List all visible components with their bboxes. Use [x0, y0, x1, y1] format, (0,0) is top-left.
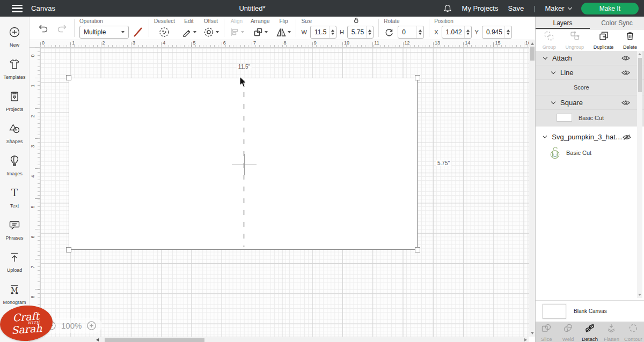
line-color-swatch[interactable]	[132, 26, 144, 38]
x-position-input[interactable]: 1.042	[442, 26, 472, 39]
scroll-up-icon[interactable]	[638, 53, 641, 55]
y-position-input[interactable]: 0.945	[482, 26, 512, 39]
speech-bubble-icon	[8, 219, 21, 234]
layer-row-square-basic-cut[interactable]: Basic Cut	[536, 110, 644, 125]
my-projects-link[interactable]: My Projects	[462, 4, 499, 12]
scroll-up-icon[interactable]	[531, 42, 534, 45]
detach-icon	[584, 323, 595, 336]
visibility-eye-icon[interactable]	[621, 100, 630, 106]
width-input[interactable]: 11.5	[310, 26, 336, 39]
detach-button[interactable]: Detach	[579, 322, 601, 342]
chevron-down-icon[interactable]	[543, 55, 547, 59]
edit-toolbar: Operation Multiple Deselect Edit Offset …	[30, 17, 535, 40]
y-stepper[interactable]	[504, 26, 511, 38]
tab-layers[interactable]: Layers	[536, 17, 590, 29]
layer-row-attach[interactable]: Attach	[536, 51, 644, 65]
resize-handle-top-left[interactable]	[66, 75, 71, 80]
svg-text:T: T	[11, 187, 18, 198]
sidebar-item-upload[interactable]: Upload	[0, 246, 29, 278]
height-stepper[interactable]	[366, 26, 373, 38]
layer-row-score[interactable]: Score	[536, 80, 644, 95]
ruler-number: 4	[163, 40, 165, 46]
x-stepper[interactable]	[464, 26, 471, 38]
panel-scroll-thumb[interactable]	[638, 58, 642, 92]
tshirt-icon	[8, 58, 21, 73]
layer-color-swatch[interactable]	[557, 114, 572, 122]
edit-button[interactable]	[181, 27, 196, 38]
chevron-down-icon[interactable]	[543, 134, 547, 138]
group-button[interactable]: Group	[543, 31, 556, 50]
layer-row-pumpkin-basic-cut[interactable]: Basic Cut	[536, 144, 644, 161]
save-link[interactable]: Save	[508, 4, 524, 12]
ruler-number: 6	[30, 234, 35, 240]
horizontal-scrollbar[interactable]	[30, 337, 529, 342]
layer-row-pumpkin-group[interactable]: Svg_pumpkin_3_hat_cra...	[536, 130, 644, 144]
weld-button[interactable]: Weld	[557, 322, 579, 342]
tab-color-sync[interactable]: Color Sync	[590, 17, 644, 29]
horizontal-scroll-thumb[interactable]	[105, 338, 204, 342]
undo-button[interactable]	[37, 23, 49, 34]
app-window: Canvas Untitled* My Projects Save | Make…	[0, 0, 644, 342]
make-it-button[interactable]: Make It	[581, 3, 639, 14]
offset-button[interactable]	[203, 26, 219, 38]
sidebar-item-shapes[interactable]: Shapes	[0, 117, 29, 150]
delete-button[interactable]: Delete	[623, 31, 637, 50]
width-stepper[interactable]	[329, 26, 336, 38]
visibility-eye-icon[interactable]	[621, 55, 630, 61]
ungroup-button[interactable]: Ungroup	[566, 31, 584, 50]
ruler-number: 5	[30, 204, 35, 210]
horizontal-ruler: 012345678910111213141516	[30, 40, 529, 48]
sidebar-item-text[interactable]: T Text	[0, 182, 29, 214]
height-input[interactable]: 5.75	[347, 26, 374, 39]
caret-down-icon	[121, 31, 125, 33]
scroll-down-icon[interactable]	[638, 294, 641, 296]
flip-button[interactable]	[276, 27, 291, 38]
layer-row-line[interactable]: Line	[536, 65, 644, 80]
machine-select[interactable]: Maker	[545, 4, 572, 12]
scroll-left-icon[interactable]	[96, 338, 99, 341]
ruler-number: 6	[223, 40, 226, 46]
menu-icon[interactable]	[12, 5, 23, 12]
zoom-in-icon[interactable]	[86, 321, 97, 331]
rotate-stepper[interactable]	[416, 26, 423, 38]
resize-handle-bottom-left[interactable]	[66, 247, 71, 252]
notifications-bell-icon[interactable]	[443, 4, 452, 13]
document-title: Untitled*	[239, 4, 265, 12]
canvas-grid[interactable]: 11.5" 5.75"	[40, 48, 529, 337]
flatten-button[interactable]: Flatten	[601, 322, 622, 342]
canvas-color-swatch[interactable]	[543, 304, 566, 319]
rotate-input[interactable]: 0	[398, 26, 424, 39]
redo-button[interactable]	[56, 23, 68, 34]
sidebar-item-images[interactable]: Images	[0, 150, 29, 182]
resize-handle-bottom-right[interactable]	[415, 247, 420, 252]
chevron-down-icon[interactable]	[551, 99, 555, 103]
lock-icon[interactable]	[353, 17, 360, 25]
blank-canvas-row[interactable]: Blank Canvas	[536, 300, 644, 322]
sidebar-item-projects[interactable]: Projects	[0, 85, 29, 117]
align-button[interactable]	[229, 27, 244, 38]
triangle-circle-icon	[8, 122, 21, 137]
arrange-button[interactable]	[253, 27, 268, 38]
duplicate-button[interactable]: Duplicate	[594, 31, 614, 50]
scroll-down-icon[interactable]	[531, 332, 534, 334]
sidebar-item-new[interactable]: New	[0, 21, 29, 53]
ruler-number: 0	[42, 40, 45, 46]
operation-select[interactable]: Multiple	[79, 26, 129, 39]
layer-row-square[interactable]: Square	[536, 95, 644, 110]
chevron-down-icon[interactable]	[551, 69, 555, 73]
vertical-scroll-thumb[interactable]	[530, 47, 535, 61]
rotate-icon[interactable]	[384, 27, 394, 38]
vertical-scrollbar[interactable]	[529, 40, 535, 337]
contour-button[interactable]: Contour	[623, 322, 644, 342]
scroll-right-icon[interactable]	[524, 338, 527, 341]
resize-handle-top-right[interactable]	[415, 75, 420, 80]
slice-icon	[541, 323, 552, 336]
sidebar-item-templates[interactable]: Templates	[0, 53, 29, 85]
visibility-hidden-eye-icon[interactable]	[623, 134, 631, 140]
visibility-eye-icon[interactable]	[621, 70, 630, 76]
sidebar-item-phrases[interactable]: Phrases	[0, 214, 29, 246]
panel-scrollbar[interactable]	[637, 51, 642, 298]
deselect-button[interactable]	[158, 26, 170, 38]
slice-button[interactable]: Slice	[536, 322, 557, 342]
deselect-label: Deselect	[154, 18, 175, 25]
